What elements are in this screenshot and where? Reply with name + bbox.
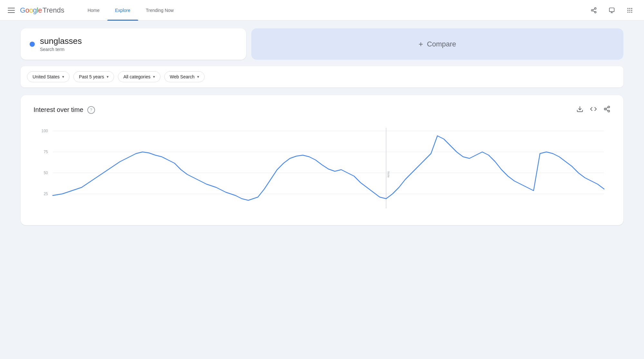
search-row: sunglasses Search term + Compare bbox=[21, 28, 623, 60]
nav-explore[interactable]: Explore bbox=[107, 0, 138, 21]
svg-point-0 bbox=[595, 7, 596, 9]
svg-point-1 bbox=[591, 9, 593, 11]
logo[interactable]: Google Trends bbox=[20, 6, 64, 15]
region-filter[interactable]: United States ▾ bbox=[27, 71, 70, 82]
svg-point-19 bbox=[604, 108, 606, 110]
share-icon[interactable] bbox=[587, 4, 600, 17]
chart-card: Interest over time ? bbox=[21, 95, 623, 225]
svg-line-21 bbox=[606, 110, 608, 111]
svg-point-16 bbox=[631, 12, 632, 13]
search-type: Search term bbox=[40, 47, 82, 52]
svg-point-18 bbox=[608, 106, 610, 108]
y-label-100: 100 bbox=[42, 129, 48, 133]
chart-header: Interest over time ? bbox=[34, 105, 610, 114]
apps-icon[interactable] bbox=[623, 4, 636, 17]
nav-trending-now[interactable]: Trending Now bbox=[138, 0, 182, 21]
header-actions bbox=[587, 4, 636, 17]
region-filter-label: United States bbox=[33, 74, 60, 79]
compare-card[interactable]: + Compare bbox=[251, 28, 623, 60]
svg-point-15 bbox=[629, 12, 630, 13]
y-label-50: 50 bbox=[43, 171, 48, 175]
svg-line-4 bbox=[593, 9, 595, 10]
compare-plus: + bbox=[418, 40, 423, 49]
search-card: sunglasses Search term bbox=[21, 28, 246, 60]
search-dot bbox=[30, 42, 35, 47]
chart-actions bbox=[576, 105, 610, 114]
y-label-75: 75 bbox=[43, 150, 48, 154]
svg-point-10 bbox=[631, 8, 632, 9]
filters-row: United States ▾ Past 5 years ▾ All categ… bbox=[21, 66, 623, 87]
category-chevron-icon: ▾ bbox=[153, 75, 155, 79]
menu-button[interactable] bbox=[8, 8, 15, 13]
svg-point-14 bbox=[628, 12, 629, 13]
chart-area: 100 75 50 25 Note bbox=[34, 125, 610, 215]
chart-title-group: Interest over time ? bbox=[34, 106, 95, 114]
download-icon[interactable] bbox=[576, 105, 583, 114]
embed-icon[interactable] bbox=[590, 105, 597, 114]
feedback-icon[interactable] bbox=[605, 4, 618, 17]
search-type-filter[interactable]: Web Search ▾ bbox=[164, 71, 205, 82]
main-nav: Home Explore Trending Now bbox=[80, 0, 587, 21]
search-term: sunglasses bbox=[40, 36, 82, 46]
chart-title: Interest over time bbox=[34, 106, 83, 114]
svg-line-22 bbox=[606, 107, 608, 109]
search-text-group: sunglasses Search term bbox=[40, 36, 82, 52]
chart-share-icon[interactable] bbox=[603, 105, 610, 114]
svg-point-20 bbox=[608, 110, 610, 112]
time-filter-label: Past 5 years bbox=[79, 74, 104, 79]
y-label-25: 25 bbox=[43, 192, 48, 196]
region-chevron-icon: ▾ bbox=[62, 75, 64, 79]
nav-home[interactable]: Home bbox=[80, 0, 107, 21]
search-type-filter-label: Web Search bbox=[170, 74, 195, 79]
svg-line-3 bbox=[593, 11, 595, 12]
trend-line bbox=[53, 136, 604, 200]
category-filter[interactable]: All categories ▾ bbox=[118, 71, 160, 82]
chart-note: Note bbox=[387, 172, 390, 178]
help-icon[interactable]: ? bbox=[87, 106, 95, 114]
category-filter-label: All categories bbox=[123, 74, 150, 79]
main-content: sunglasses Search term + Compare United … bbox=[0, 21, 644, 233]
svg-point-9 bbox=[629, 8, 630, 9]
search-type-chevron-icon: ▾ bbox=[197, 75, 199, 79]
svg-rect-5 bbox=[610, 8, 614, 12]
svg-point-13 bbox=[631, 10, 632, 11]
svg-point-12 bbox=[629, 10, 630, 11]
time-filter[interactable]: Past 5 years ▾ bbox=[73, 71, 114, 82]
svg-point-11 bbox=[628, 10, 629, 11]
trend-chart: 100 75 50 25 Note bbox=[34, 125, 610, 215]
svg-point-8 bbox=[628, 8, 629, 9]
header: Google Trends Home Explore Trending Now bbox=[0, 0, 644, 21]
svg-point-2 bbox=[595, 11, 596, 13]
compare-label: Compare bbox=[427, 40, 456, 48]
logo-trends: Trends bbox=[43, 6, 64, 15]
time-chevron-icon: ▾ bbox=[107, 75, 109, 79]
